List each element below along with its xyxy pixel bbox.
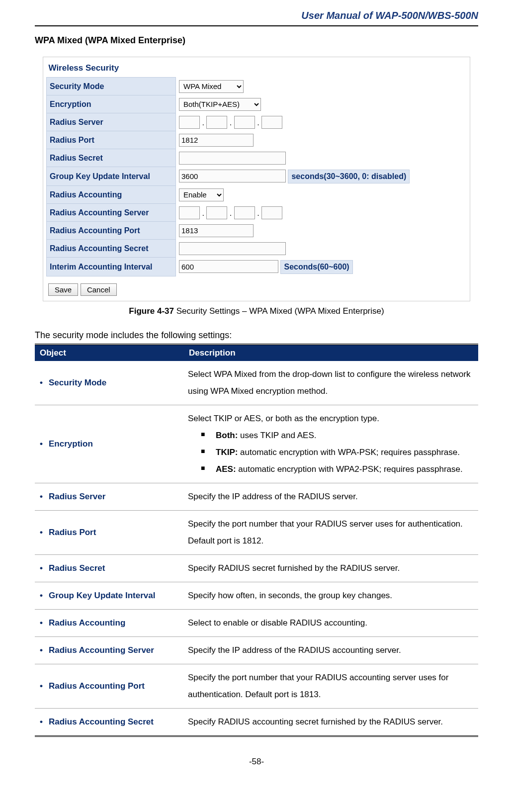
figure-caption: Figure 4-37 Security Settings – WPA Mixe…	[35, 306, 478, 316]
save-button[interactable]: Save	[48, 283, 78, 296]
object-cell: •Group Key Update Interval	[35, 582, 184, 610]
description-cell: Select to enable or disable RADIUS accou…	[184, 610, 478, 637]
table-row: •Radius PortSpecify the port number that…	[35, 511, 478, 555]
description-cell: Specify the port number that your RADIUS…	[184, 511, 478, 555]
object-cell: •Radius Secret	[35, 555, 184, 582]
label-interim: Interim Accounting Interval	[47, 258, 176, 276]
label-group-key: Group Key Update Interval	[47, 167, 176, 186]
radius-port-input[interactable]	[179, 134, 254, 147]
description-cell: Specify how often, in seconds, the group…	[184, 582, 478, 610]
description-cell: Select WPA Mixed from the drop-down list…	[184, 361, 478, 405]
table-row: •Radius Accounting ServerSpecify the IP …	[35, 637, 478, 664]
list-item: TKIP: automatic encryption with WPA-PSK;…	[201, 444, 474, 461]
radius-server-ip-4[interactable]	[261, 116, 282, 129]
label-radius-server: Radius Server	[47, 113, 176, 131]
interim-suffix: Seconds(60~600)	[280, 260, 352, 274]
radius-server-ip-2[interactable]	[206, 116, 227, 129]
table-row: •Group Key Update IntervalSpecify how of…	[35, 582, 478, 610]
object-cell: •Radius Server	[35, 483, 184, 511]
doc-header: User Manual of WAP-500N/WBS-500N	[35, 10, 478, 26]
table-row: •Radius SecretSpecify RADIUS secret furn…	[35, 555, 478, 582]
acct-secret-input[interactable]	[179, 242, 286, 255]
label-radius-acct: Radius Accounting	[47, 186, 176, 204]
table-row: •Radius AccountingSelect to enable or di…	[35, 610, 478, 637]
acct-server-ip-4[interactable]	[261, 206, 282, 219]
panel-title: Wireless Security	[47, 60, 467, 78]
acct-server-ip: . . .	[176, 204, 467, 222]
radius-server-ip-3[interactable]	[234, 116, 255, 129]
label-acct-secret: Radius Accounting Secret	[47, 240, 176, 258]
security-mode-select[interactable]: WPA Mixed	[179, 80, 244, 93]
object-cell: •Security Mode	[35, 361, 184, 405]
table-row: •Radius Accounting SecretSpecify RADIUS …	[35, 709, 478, 736]
acct-server-ip-3[interactable]	[234, 206, 255, 219]
radius-secret-input[interactable]	[179, 152, 286, 165]
screenshot-panel: Wireless Security Security Mode WPA Mixe…	[43, 57, 470, 301]
table-row: •Radius ServerSpecify the IP address of …	[35, 483, 478, 511]
object-cell: •Radius Accounting Server	[35, 637, 184, 664]
label-radius-secret: Radius Secret	[47, 149, 176, 167]
page-number: -58-	[35, 757, 478, 767]
radius-server-ip-1[interactable]	[179, 116, 200, 129]
group-key-suffix: seconds(30~3600, 0: disabled)	[288, 170, 410, 183]
label-radius-port: Radius Port	[47, 131, 176, 149]
table-row: •EncryptionSelect TKIP or AES, or both a…	[35, 405, 478, 483]
acct-server-ip-1[interactable]	[179, 206, 200, 219]
cancel-button[interactable]: Cancel	[81, 283, 117, 296]
description-cell: Specify the IP address of the RADIUS ser…	[184, 483, 478, 511]
table-row: •Security ModeSelect WPA Mixed from the …	[35, 361, 478, 405]
object-cell: •Radius Accounting	[35, 610, 184, 637]
list-item: AES: automatic encryption with WPA2-PSK;…	[201, 461, 474, 478]
description-cell: Specify RADIUS accounting secret furnish…	[184, 709, 478, 736]
intro-text: The security mode includes the following…	[35, 330, 478, 341]
group-key-input[interactable]	[179, 170, 286, 182]
label-acct-server: Radius Accounting Server	[47, 204, 176, 222]
figure-label: Figure 4-37	[129, 306, 174, 316]
description-cell: Specify the port number that your RADIUS…	[184, 664, 478, 709]
description-table: Object Description •Security ModeSelect …	[35, 344, 478, 737]
description-cell: Specify RADIUS secret furnished by the R…	[184, 555, 478, 582]
acct-port-input[interactable]	[179, 224, 254, 237]
description-cell: Specify the IP address of the RADIUS acc…	[184, 637, 478, 664]
encryption-select[interactable]: Both(TKIP+AES)	[179, 98, 261, 111]
object-cell: •Radius Port	[35, 511, 184, 555]
radius-server-ip: . . .	[176, 113, 467, 131]
col-object: Object	[35, 345, 184, 361]
object-cell: •Radius Accounting Secret	[35, 709, 184, 736]
label-encryption: Encryption	[47, 95, 176, 113]
label-security-mode: Security Mode	[47, 78, 176, 95]
object-cell: •Radius Accounting Port	[35, 664, 184, 709]
col-description: Description	[184, 345, 478, 361]
description-cell: Select TKIP or AES, or both as the encry…	[184, 405, 478, 483]
acct-server-ip-2[interactable]	[206, 206, 227, 219]
table-row: •Radius Accounting PortSpecify the port …	[35, 664, 478, 709]
interim-input[interactable]	[179, 260, 278, 273]
label-acct-port: Radius Accounting Port	[47, 222, 176, 240]
figure-caption-text: Security Settings – WPA Mixed (WPA Mixed…	[176, 306, 384, 316]
list-item: Both: uses TKIP and AES.	[201, 427, 474, 444]
object-cell: •Encryption	[35, 405, 184, 483]
section-title: WPA Mixed (WPA Mixed Enterprise)	[35, 35, 478, 46]
wireless-security-form: Wireless Security Security Mode WPA Mixe…	[46, 60, 467, 276]
radius-acct-select[interactable]: Enable	[179, 188, 224, 201]
